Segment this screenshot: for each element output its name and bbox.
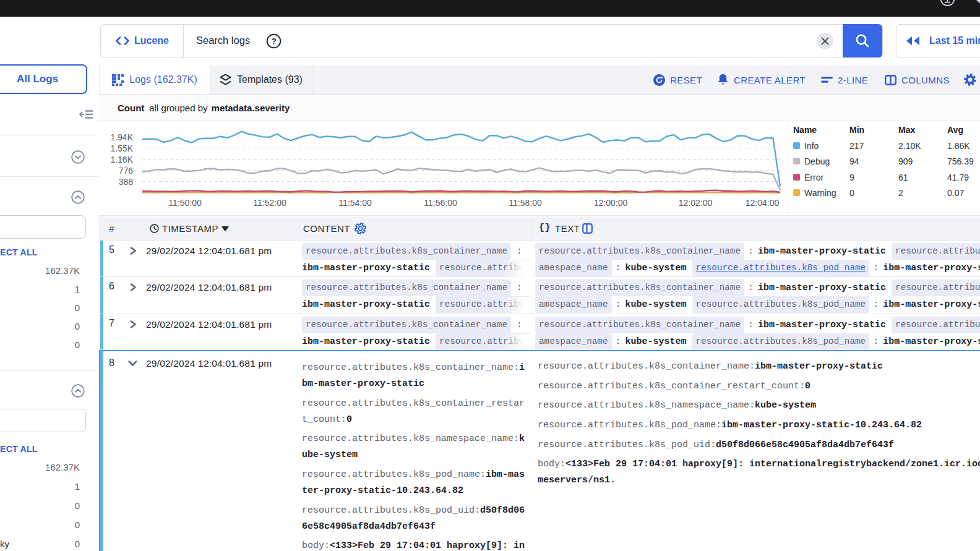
svg-text:?: ? — [271, 36, 276, 46]
